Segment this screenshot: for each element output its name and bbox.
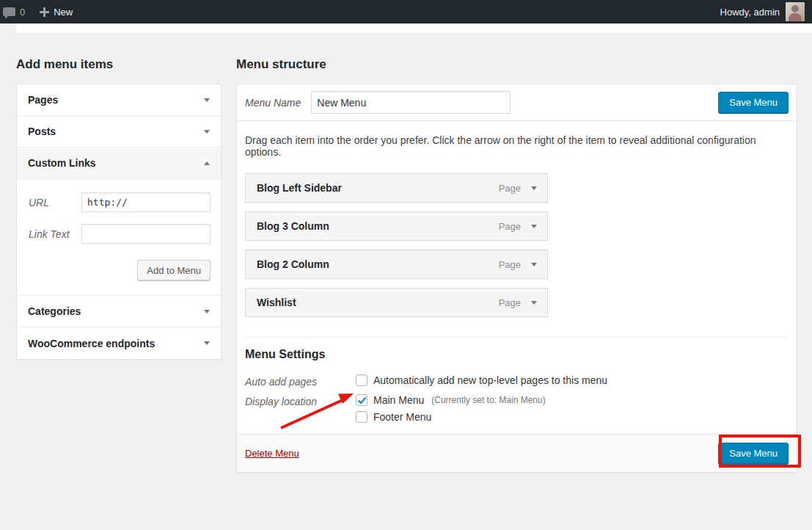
menu-item-blog-3-column[interactable]: Blog 3 Column Page bbox=[245, 211, 548, 241]
menu-item-blog-left-sidebar[interactable]: Blog Left Sidebar Page bbox=[245, 173, 548, 203]
menu-item-blog-2-column[interactable]: Blog 2 Column Page bbox=[245, 250, 548, 279]
triangle-down-icon bbox=[204, 130, 210, 134]
save-menu-button-bottom[interactable]: Save Menu bbox=[718, 443, 789, 464]
menu-structure-box: Menu Name Save Menu Drag each item into … bbox=[236, 84, 797, 473]
triangle-down-icon bbox=[204, 341, 210, 345]
display-location-label: Display location bbox=[245, 394, 356, 407]
save-menu-button-top[interactable]: Save Menu bbox=[718, 92, 789, 113]
menu-items-accordion: Pages Posts Custom Links URL Link Text A… bbox=[16, 84, 222, 360]
custom-links-panel: URL Link Text Add to Menu bbox=[17, 179, 221, 296]
triangle-down-icon bbox=[531, 263, 537, 266]
link-text-row: Link Text bbox=[29, 224, 211, 244]
item-options-toggle[interactable] bbox=[530, 261, 538, 268]
admin-bar-new[interactable]: New bbox=[32, 0, 80, 23]
avatar bbox=[786, 2, 805, 21]
link-text-input[interactable] bbox=[81, 224, 211, 244]
menu-settings-title: Menu Settings bbox=[245, 348, 789, 361]
url-label: URL bbox=[29, 197, 81, 208]
url-row: URL bbox=[29, 192, 211, 212]
add-to-menu-button[interactable]: Add to Menu bbox=[137, 260, 211, 280]
auto-add-pages-row: Auto add pages Automatically add new top… bbox=[245, 374, 789, 388]
accordion-pages[interactable]: Pages bbox=[17, 84, 221, 116]
accordion-categories[interactable]: Categories bbox=[17, 296, 221, 327]
triangle-down-icon bbox=[204, 98, 210, 102]
howdy-text: Howdy, admin bbox=[720, 7, 780, 18]
item-options-toggle[interactable] bbox=[530, 185, 538, 192]
url-input[interactable] bbox=[81, 192, 211, 212]
add-menu-items-title: Add menu items bbox=[16, 57, 222, 72]
menu-structure-panel: Menu structure Menu Name Save Menu Drag … bbox=[236, 47, 797, 473]
menu-structure-footer: Delete Menu Save Menu bbox=[237, 434, 797, 472]
comments-bubble-icon bbox=[3, 7, 15, 16]
menu-structure-title: Menu structure bbox=[236, 57, 797, 72]
triangle-down-icon bbox=[531, 186, 537, 190]
add-menu-items-panel: Add menu items Pages Posts Custom Links … bbox=[16, 47, 222, 360]
plus-icon bbox=[40, 7, 49, 17]
admin-bar-comments[interactable]: 0 bbox=[0, 0, 32, 23]
item-options-toggle[interactable] bbox=[530, 223, 538, 230]
admin-bar-left: 0 New bbox=[0, 0, 80, 23]
menu-name-input[interactable] bbox=[311, 91, 511, 114]
accordion-posts[interactable]: Posts bbox=[17, 116, 221, 148]
footer-menu-checkbox[interactable] bbox=[356, 411, 367, 423]
footer-menu-label: Footer Menu bbox=[373, 411, 431, 423]
menu-structure-body: Drag each item into the order you prefer… bbox=[237, 134, 797, 423]
menu-name-row: Menu Name Save Menu bbox=[237, 84, 797, 121]
menu-name-label: Menu Name bbox=[245, 97, 301, 109]
admin-bar: 0 New Howdy, admin bbox=[0, 0, 812, 23]
main-menu-label: Main Menu bbox=[373, 394, 424, 406]
auto-add-pages-label: Auto add pages bbox=[245, 374, 356, 388]
link-text-label: Link Text bbox=[29, 228, 81, 240]
item-options-toggle[interactable] bbox=[530, 300, 538, 306]
triangle-down-icon bbox=[204, 310, 210, 313]
main-menu-checkbox[interactable] bbox=[356, 394, 367, 406]
delete-menu-link[interactable]: Delete Menu bbox=[245, 448, 299, 459]
menu-item-type: Page bbox=[499, 297, 521, 308]
settings-divider bbox=[245, 337, 789, 338]
menu-item-type: Page bbox=[499, 221, 521, 232]
triangle-up-icon bbox=[204, 161, 210, 165]
main-menu-note: (Currently set to: Main Menu) bbox=[431, 395, 545, 405]
auto-add-pages-text: Automatically add new top-level pages to… bbox=[373, 374, 607, 386]
drag-instruction: Drag each item into the order you prefer… bbox=[245, 134, 789, 158]
triangle-down-icon bbox=[531, 301, 537, 305]
new-label: New bbox=[54, 7, 73, 18]
page-top-strip bbox=[16, 23, 812, 33]
menu-item-type: Page bbox=[499, 183, 521, 194]
admin-bar-account[interactable]: Howdy, admin bbox=[720, 2, 806, 21]
display-location-row: Display location Main Menu (Currently se… bbox=[245, 394, 789, 423]
menu-item-wishlist[interactable]: Wishlist Page bbox=[245, 288, 548, 317]
accordion-woocommerce-endpoints[interactable]: WooCommerce endpoints bbox=[17, 327, 221, 359]
comments-count: 0 bbox=[20, 7, 25, 18]
auto-add-pages-checkbox[interactable] bbox=[356, 374, 367, 386]
triangle-down-icon bbox=[531, 225, 537, 228]
check-icon bbox=[357, 396, 367, 404]
menu-item-type: Page bbox=[499, 259, 521, 270]
accordion-custom-links[interactable]: Custom Links bbox=[17, 148, 221, 179]
